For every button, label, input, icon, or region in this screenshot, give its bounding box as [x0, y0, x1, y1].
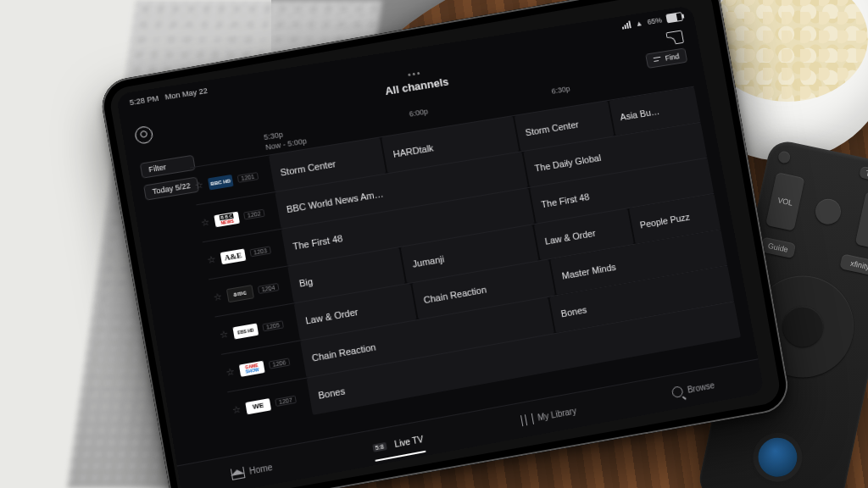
status-date: Mon May 22	[164, 86, 209, 101]
favorite-star-icon[interactable]: ☆	[194, 180, 204, 192]
dpad-center	[813, 197, 843, 227]
favorite-star-icon[interactable]: ☆	[213, 291, 223, 303]
find-label: Find	[665, 52, 680, 62]
nav-home[interactable]: Home	[217, 453, 286, 487]
channel-number: 1203	[249, 246, 270, 257]
tablet-device: 5:28 PM Mon May 22 ▲ 65% Find •••	[97, 0, 792, 488]
nav-label: Home	[248, 462, 273, 475]
nav-label: Live TV	[394, 434, 425, 448]
find-button[interactable]: Find	[646, 47, 688, 69]
search-icon	[671, 385, 684, 398]
favorite-star-icon[interactable]: ☆	[225, 366, 236, 379]
lifestyle-scene: TV Input VOL Guide xfinity 5:28 PM Mon M…	[0, 0, 868, 488]
voice-mic-button	[754, 434, 801, 480]
status-right: ▲ 65%	[621, 12, 683, 30]
cell-signal-icon	[621, 20, 632, 29]
channel-number: 1202	[243, 209, 264, 220]
nav-label: My Library	[537, 406, 576, 422]
nav-live-tv[interactable]: 5:8 Live TV	[359, 427, 437, 460]
cast-icon[interactable]	[665, 30, 684, 45]
library-icon	[520, 413, 534, 425]
battery-percent: 65%	[647, 15, 663, 25]
tv-input-button: TV Input	[859, 166, 868, 186]
favorite-star-icon[interactable]: ☆	[200, 216, 210, 229]
home-icon	[231, 466, 246, 480]
live-badge: 5:8	[372, 441, 387, 452]
channel-number: 1207	[275, 396, 296, 407]
power-button	[777, 150, 792, 164]
favorite-star-icon[interactable]: ☆	[231, 403, 242, 416]
volume-rocker: VOL	[765, 172, 805, 231]
battery-icon	[665, 12, 683, 23]
channel-number: 1204	[258, 283, 279, 294]
channel-rocker	[855, 191, 868, 251]
filter-button[interactable]: Filter	[140, 155, 196, 179]
nav-browse[interactable]: Browse	[659, 372, 727, 405]
brand-button: xfinity	[839, 253, 868, 276]
favorite-star-icon[interactable]: ☆	[219, 329, 229, 341]
status-time: 5:28 PM	[129, 93, 159, 106]
date-button[interactable]: Today 5/22	[143, 177, 199, 201]
channel-number: 1201	[237, 172, 259, 183]
top-right-controls: Find	[643, 30, 688, 68]
favorite-star-icon[interactable]: ☆	[206, 253, 216, 266]
nav-label: Browse	[687, 380, 715, 395]
wifi-icon: ▲	[635, 19, 643, 28]
filter-lines-icon	[654, 56, 662, 64]
channel-number: 1205	[262, 320, 283, 331]
profile-icon[interactable]	[134, 125, 154, 145]
channel-number: 1206	[269, 358, 290, 369]
